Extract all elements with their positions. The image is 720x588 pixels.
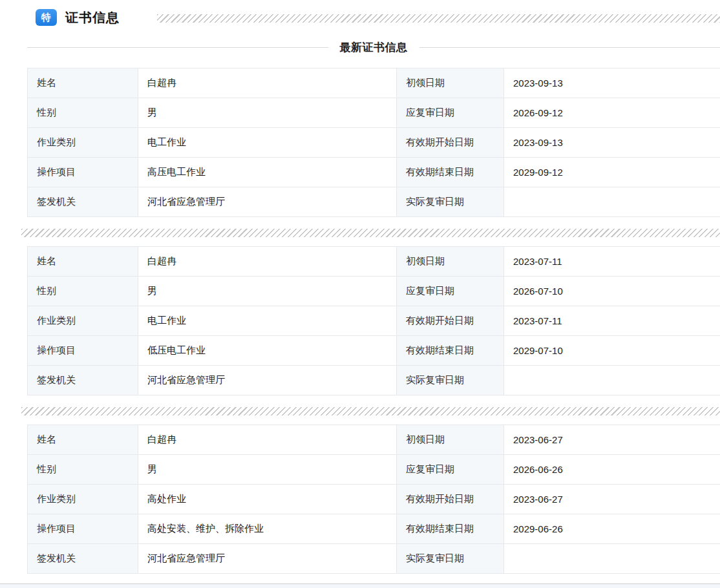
field-value-gender: 男 [138, 98, 397, 128]
field-label-review-due-date: 应复审日期 [397, 455, 504, 485]
field-label-validity-start-date: 有效期开始日期 [397, 128, 504, 158]
field-value-job-category: 电工作业 [138, 128, 397, 158]
field-value-operation-item: 低压电工作业 [138, 336, 397, 366]
field-value-job-category: 高处作业 [138, 485, 397, 514]
table-row: 性别 男 应复审日期 2026-09-12 [28, 98, 720, 128]
field-label-name: 姓名 [28, 247, 138, 277]
table-row: 作业类别 电工作业 有效期开始日期 2023-07-11 [28, 306, 720, 336]
certificate-table-2: 姓名 白超冉 初领日期 2023-07-11 性别 男 应复审日期 2026-0… [27, 246, 720, 395]
field-label-issuing-authority: 签发机关 [28, 544, 138, 574]
certificate-info-page: 特 证书信息 最新证书信息 姓名 白超冉 初领日期 2023-09-13 性别 … [0, 0, 720, 574]
field-value-actual-review-date [504, 544, 720, 574]
divider-line-right [419, 47, 720, 48]
field-value-initial-issue-date: 2023-07-11 [504, 247, 720, 277]
field-label-name: 姓名 [28, 68, 138, 98]
field-label-initial-issue-date: 初领日期 [397, 425, 504, 455]
table-row: 操作项目 高压电工作业 有效期结束日期 2029-09-12 [28, 158, 720, 187]
field-label-operation-item: 操作项目 [28, 336, 138, 366]
table-row: 姓名 白超冉 初领日期 2023-06-27 [28, 425, 720, 455]
field-label-validity-start-date: 有效期开始日期 [397, 485, 504, 514]
field-label-initial-issue-date: 初领日期 [397, 68, 504, 98]
field-value-name: 白超冉 [138, 247, 397, 277]
table-row: 性别 男 应复审日期 2026-07-10 [28, 277, 720, 306]
field-label-actual-review-date: 实际复审日期 [397, 366, 504, 395]
table-row: 作业类别 电工作业 有效期开始日期 2023-09-13 [28, 128, 720, 158]
table-row: 操作项目 高处安装、维护、拆除作业 有效期结束日期 2029-06-26 [28, 514, 720, 544]
table-row: 签发机关 河北省应急管理厅 实际复审日期 [28, 544, 720, 574]
table-row: 签发机关 河北省应急管理厅 实际复审日期 [28, 187, 720, 217]
section-divider: 最新证书信息 [27, 40, 720, 55]
field-label-job-category: 作业类别 [28, 485, 138, 514]
page-title: 证书信息 [65, 9, 120, 26]
field-label-job-category: 作业类别 [28, 306, 138, 336]
field-value-review-due-date: 2026-06-26 [504, 455, 720, 485]
table-row: 签发机关 河北省应急管理厅 实际复审日期 [28, 366, 720, 395]
field-value-validity-end-date: 2029-09-12 [504, 158, 720, 187]
field-label-name: 姓名 [28, 425, 138, 455]
field-value-validity-start-date: 2023-09-13 [504, 128, 720, 158]
table-row: 性别 男 应复审日期 2026-06-26 [28, 455, 720, 485]
page-header: 特 证书信息 [0, 0, 720, 27]
field-label-review-due-date: 应复审日期 [397, 277, 504, 306]
field-label-issuing-authority: 签发机关 [28, 366, 138, 395]
field-value-review-due-date: 2026-07-10 [504, 277, 720, 306]
field-value-issuing-authority: 河北省应急管理厅 [138, 187, 397, 217]
certificate-table-1: 姓名 白超冉 初领日期 2023-09-13 性别 男 应复审日期 2026-0… [27, 68, 720, 217]
table-row: 姓名 白超冉 初领日期 2023-07-11 [28, 247, 720, 277]
field-label-actual-review-date: 实际复审日期 [397, 187, 504, 217]
field-label-gender: 性别 [28, 98, 138, 128]
field-label-job-category: 作业类别 [28, 128, 138, 158]
field-value-gender: 男 [138, 277, 397, 306]
field-value-validity-end-date: 2029-07-10 [504, 336, 720, 366]
field-value-validity-end-date: 2029-06-26 [504, 514, 720, 544]
table-row: 姓名 白超冉 初领日期 2023-09-13 [28, 68, 720, 98]
field-label-initial-issue-date: 初领日期 [397, 247, 504, 277]
field-value-name: 白超冉 [138, 425, 397, 455]
decorative-stripes-icon [157, 14, 720, 23]
field-value-initial-issue-date: 2023-06-27 [504, 425, 720, 455]
field-value-gender: 男 [138, 455, 397, 485]
field-label-review-due-date: 应复审日期 [397, 98, 504, 128]
field-label-actual-review-date: 实际复审日期 [397, 544, 504, 574]
field-label-validity-end-date: 有效期结束日期 [397, 514, 504, 544]
field-value-issuing-authority: 河北省应急管理厅 [138, 366, 397, 395]
certificate-table-3: 姓名 白超冉 初领日期 2023-06-27 性别 男 应复审日期 2026-0… [27, 425, 720, 574]
horizontal-scrollbar[interactable] [0, 583, 720, 588]
field-label-validity-end-date: 有效期结束日期 [397, 336, 504, 366]
field-label-gender: 性别 [28, 455, 138, 485]
field-value-operation-item: 高压电工作业 [138, 158, 397, 187]
table-row: 操作项目 低压电工作业 有效期结束日期 2029-07-10 [28, 336, 720, 366]
table-row: 作业类别 高处作业 有效期开始日期 2023-06-27 [28, 485, 720, 514]
field-value-job-category: 电工作业 [138, 306, 397, 336]
separator-stripes-icon [21, 229, 720, 237]
field-value-operation-item: 高处安装、维护、拆除作业 [138, 514, 397, 544]
field-label-issuing-authority: 签发机关 [28, 187, 138, 217]
field-label-operation-item: 操作项目 [28, 514, 138, 544]
separator-stripes-icon [21, 407, 720, 415]
field-label-gender: 性别 [28, 277, 138, 306]
section-title: 最新证书信息 [340, 40, 408, 55]
field-label-validity-end-date: 有效期结束日期 [397, 158, 504, 187]
field-label-validity-start-date: 有效期开始日期 [397, 306, 504, 336]
field-value-issuing-authority: 河北省应急管理厅 [138, 544, 397, 574]
field-value-actual-review-date [504, 187, 720, 217]
divider-line-left [27, 47, 328, 48]
field-value-actual-review-date [504, 366, 720, 395]
field-value-validity-start-date: 2023-07-11 [504, 306, 720, 336]
field-value-name: 白超冉 [138, 68, 397, 98]
field-value-initial-issue-date: 2023-09-13 [504, 68, 720, 98]
field-value-review-due-date: 2026-09-12 [504, 98, 720, 128]
field-label-operation-item: 操作项目 [28, 158, 138, 187]
field-value-validity-start-date: 2023-06-27 [504, 485, 720, 514]
special-work-badge: 特 [36, 9, 57, 26]
